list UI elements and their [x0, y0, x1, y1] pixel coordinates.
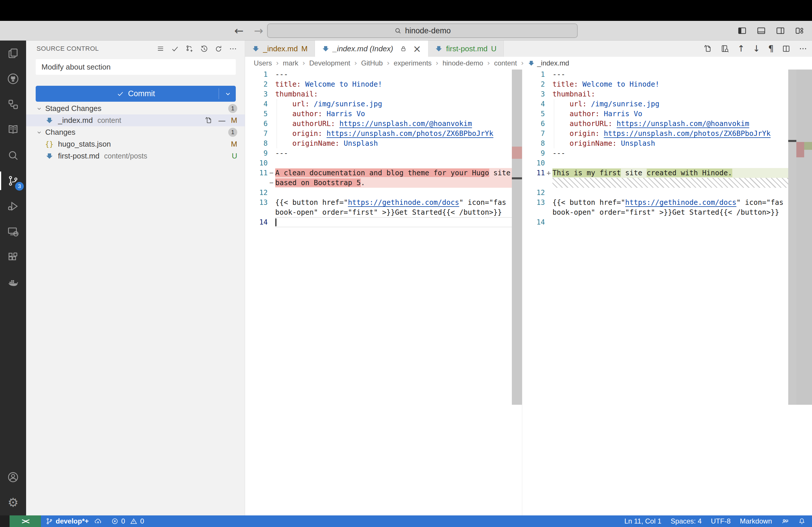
tab-git-badge: M [301, 44, 308, 53]
feedback-button[interactable] [777, 515, 794, 527]
commit-dropdown-chevron[interactable] [224, 90, 232, 97]
notifications-button[interactable] [794, 515, 812, 527]
layout-sidebar-right-icon[interactable] [775, 26, 785, 36]
activity-item-hierarchy[interactable] [0, 92, 26, 117]
open-preview-icon [721, 44, 729, 53]
diff-editor: 1---2title: Welcome to Hinode!3thumbnail… [245, 70, 812, 515]
navigate-forward-icon[interactable]: → [254, 24, 263, 37]
editor-action-split-editor[interactable] [782, 44, 791, 53]
scm-action-create-branch[interactable] [183, 43, 195, 55]
breadcrumb-separator-icon: › [521, 59, 524, 67]
activity-item-github[interactable] [0, 66, 26, 92]
section-staged-changes[interactable]: Staged Changes1 [26, 103, 245, 115]
scm-action-view-as-list[interactable] [154, 43, 166, 55]
indentation-setting[interactable]: Spaces: 4 [666, 515, 707, 527]
layout-sidebar-left-icon[interactable] [737, 26, 747, 36]
remote-indicator[interactable]: >< [10, 515, 41, 527]
cursor-overview-mark [788, 140, 796, 142]
code-line: 10 [522, 158, 812, 168]
cursor-position[interactable]: Ln 11, Col 1 [620, 515, 666, 527]
section-changes[interactable]: Changes1 [26, 126, 245, 138]
editor-action-go-to-file[interactable] [704, 44, 712, 53]
scm-action-refresh[interactable] [212, 43, 224, 55]
breadcrumb-separator-icon: › [436, 59, 438, 67]
commit-message-input[interactable] [36, 59, 236, 75]
diff-sign [545, 158, 552, 168]
commit-button[interactable]: Commit [36, 86, 236, 102]
activity-item-extensions[interactable] [0, 244, 26, 270]
breadcrumb-item[interactable]: experiments [394, 59, 432, 67]
branch-indicator[interactable]: develop*+ [41, 515, 106, 527]
language-mode[interactable]: Markdown [735, 515, 777, 527]
scrollbar-slider[interactable] [788, 70, 796, 405]
line-number: 2 [522, 79, 545, 89]
editor-modified[interactable]: 1---2title: Welcome to Hinode!3thumbnail… [522, 70, 812, 515]
tab-first-post.md[interactable]: first-post.mdU [428, 41, 504, 57]
breadcrumb-item[interactable]: mark [283, 59, 298, 67]
status-bar: >< develop*+ 0 0 Ln 11, Col 1 Spaces: 4 … [0, 515, 812, 527]
navigate-back-icon[interactable]: ← [234, 24, 244, 37]
editor-original[interactable]: 1---2title: Welcome to Hinode!3thumbnail… [245, 70, 522, 515]
editor-action-previous-change[interactable]: ↑ [738, 44, 745, 53]
breadcrumb-file[interactable]: _index.md [528, 59, 569, 67]
breadcrumb-item[interactable]: content [494, 59, 517, 67]
editor-action-toggle-whitespace[interactable]: ¶ [768, 44, 774, 53]
breadcrumb-item[interactable]: hinode-demo [443, 59, 483, 67]
scm-action-commit-check[interactable] [169, 43, 181, 55]
editor-action-more[interactable] [799, 44, 807, 53]
scm-file-first-post.md[interactable]: first-post.mdcontent/postsU [26, 150, 245, 162]
code-line: 3thumbnail: [245, 89, 522, 99]
scm-file-_index.md[interactable]: _index.mdcontent—M [26, 115, 245, 126]
activity-item-files[interactable] [0, 41, 26, 66]
code-line: 13{{< button href="https://gethinode.com… [245, 198, 522, 208]
encoding-setting[interactable]: UTF-8 [706, 515, 735, 527]
activity-item-book[interactable] [0, 117, 26, 142]
breadcrumb-item[interactable]: Development [309, 59, 350, 67]
code-line: 9--- [245, 148, 522, 158]
activity-item-debug[interactable] [0, 194, 26, 219]
macos-menubar-band [0, 0, 812, 21]
editor-action-next-change[interactable]: ↓ [753, 44, 760, 53]
scm-action-more[interactable] [227, 43, 239, 55]
row-action-open-file[interactable] [205, 117, 213, 124]
file-name: _index.md [58, 116, 93, 125]
problems-indicator[interactable]: 0 0 [106, 515, 149, 527]
code-line: 6 authorURL: https://unsplash.com/@hoanv… [522, 119, 812, 129]
breadcrumb-item[interactable]: GitHub [361, 59, 383, 67]
activity-item-account[interactable] [0, 464, 26, 490]
layout-customize-icon[interactable] [795, 26, 804, 36]
scm-action-history[interactable] [198, 43, 210, 55]
diff-sign [268, 138, 275, 148]
diff-sign [268, 129, 275, 138]
activity-item-docker[interactable] [0, 270, 26, 296]
tab--index.md-Index-[interactable]: _index.md (Index)× [315, 41, 428, 57]
markdown-file-icon [435, 45, 443, 52]
deleted-ruler-mark [796, 142, 804, 157]
activity-item-search[interactable] [0, 142, 26, 168]
breadcrumb-item[interactable]: Users [254, 59, 272, 67]
collapsed-region-filler [522, 178, 812, 188]
chevron-down-icon [36, 105, 42, 112]
line-number: 7 [522, 129, 545, 138]
activity-item-source-control[interactable]: 3 [0, 168, 26, 194]
breadcrumb-separator-icon: › [387, 59, 390, 67]
diff-sign [268, 79, 275, 89]
scm-file-hugo_stats.json[interactable]: {}hugo_stats.jsonM [26, 138, 245, 150]
scm-count-badge: 3 [15, 182, 24, 191]
activity-item-settings[interactable]: ⚙ [0, 490, 26, 515]
left-scrollbar[interactable] [512, 70, 522, 405]
layout-panel-icon[interactable] [756, 26, 766, 36]
right-scrollbar[interactable] [788, 70, 812, 405]
command-center-search[interactable]: hinode-demo [267, 24, 578, 38]
editor-action-open-preview[interactable] [721, 44, 729, 53]
titlebar: ← → hinode-demo [0, 21, 812, 41]
activity-item-remote[interactable] [0, 219, 26, 244]
close-tab-icon[interactable]: × [413, 44, 421, 54]
github-icon [7, 73, 19, 85]
lock-icon[interactable] [400, 45, 407, 52]
line-number: 6 [245, 119, 268, 129]
row-action-unstage-minus[interactable]: — [218, 117, 226, 124]
tab--index.md[interactable]: _index.mdM [245, 41, 315, 57]
line-number: 1 [522, 70, 545, 79]
cursor-overview-mark [512, 177, 522, 179]
